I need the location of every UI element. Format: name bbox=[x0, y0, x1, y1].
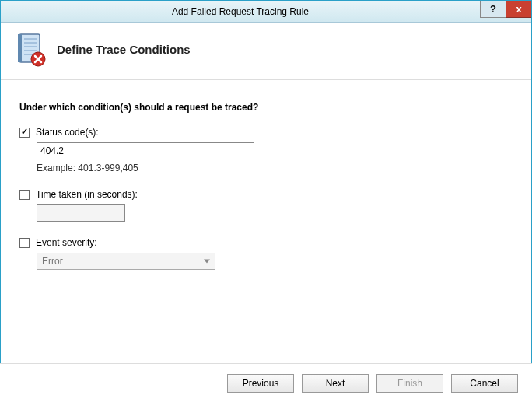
time-taken-checkbox[interactable] bbox=[19, 190, 30, 200]
help-button[interactable]: ? bbox=[480, 1, 506, 18]
finish-button: Finish bbox=[376, 374, 443, 393]
event-severity-label: Event severity: bbox=[36, 237, 97, 248]
content-area: Under which condition(s) should a reques… bbox=[1, 80, 531, 293]
status-codes-section: Status code(s): Example: 401.3-999,405 bbox=[19, 127, 513, 173]
page-title: Define Trace Conditions bbox=[57, 43, 191, 56]
wizard-footer: Previous Next Finish Cancel bbox=[0, 363, 532, 402]
event-severity-section: Event severity: Error bbox=[19, 237, 513, 270]
status-codes-checkbox[interactable] bbox=[19, 128, 30, 138]
titlebar: Add Failed Request Tracing Rule ? x bbox=[1, 1, 531, 23]
time-taken-section: Time taken (in seconds): bbox=[19, 189, 513, 222]
event-severity-select: Error bbox=[37, 253, 215, 270]
close-button[interactable]: x bbox=[506, 1, 532, 18]
previous-button[interactable]: Previous bbox=[227, 374, 294, 393]
wizard-header: Define Trace Conditions bbox=[1, 23, 531, 80]
event-severity-checkbox[interactable] bbox=[19, 238, 30, 248]
window-title: Add Failed Request Tracing Rule bbox=[1, 6, 480, 17]
prompt-text: Under which condition(s) should a reques… bbox=[19, 102, 513, 113]
chevron-down-icon bbox=[204, 260, 210, 264]
time-taken-label: Time taken (in seconds): bbox=[36, 189, 138, 200]
status-codes-example: Example: 401.3-999,405 bbox=[37, 163, 513, 173]
titlebar-buttons: ? x bbox=[480, 1, 531, 22]
svg-rect-1 bbox=[18, 34, 22, 62]
status-codes-input[interactable] bbox=[37, 142, 254, 159]
cancel-button[interactable]: Cancel bbox=[451, 374, 518, 393]
event-severity-selected: Error bbox=[42, 256, 63, 267]
status-codes-label: Status code(s): bbox=[36, 127, 99, 138]
next-button[interactable]: Next bbox=[302, 374, 369, 393]
notebook-error-icon bbox=[15, 33, 46, 67]
time-taken-input bbox=[37, 204, 125, 222]
